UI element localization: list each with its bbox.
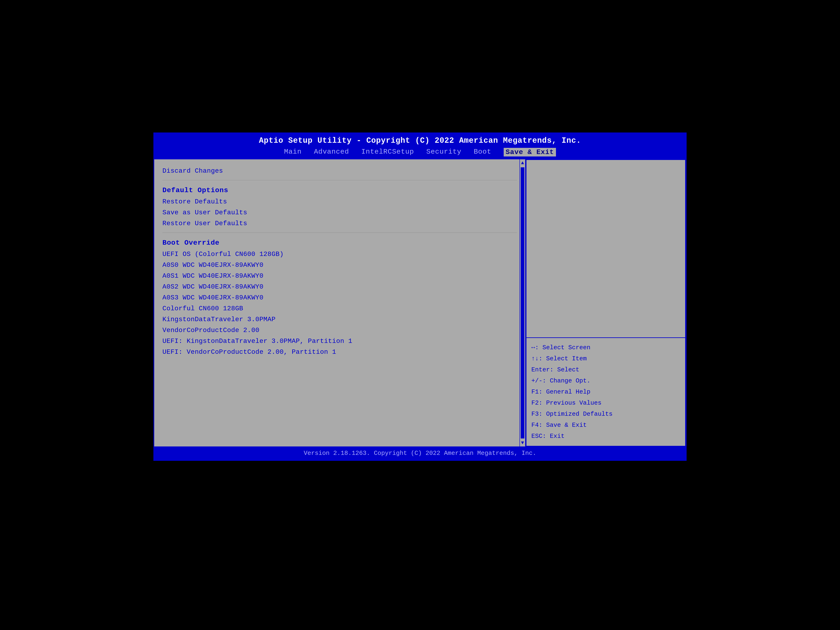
boot-uefi-os-option[interactable]: UEFI OS (Colorful CN600 128GB) [163,249,517,260]
help-select-item: ↑↓: Select Item [531,353,680,364]
help-f2: F2: Previous Values [531,398,680,409]
sidebar-help: ↔: Select Screen ↑↓: Select Item Enter: … [526,338,685,446]
title-bar: Aptio Setup Utility - Copyright (C) 2022… [154,133,686,146]
boot-override-header: Boot Override [163,239,517,247]
sidebar-panel: ↔: Select Screen ↑↓: Select Item Enter: … [526,159,686,447]
boot-a0s2-option[interactable]: A0S2 WDC WD40EJRX-89AKWY0 [163,281,517,292]
divider-2 [163,232,517,233]
help-select-screen: ↔: Select Screen [531,342,680,353]
boot-colorful-option[interactable]: Colorful CN600 128GB [163,303,517,314]
menu-security[interactable]: Security [426,148,461,156]
main-panel: Discard Changes Default Options Restore … [154,159,526,447]
footer-text: Version 2.18.1263. Copyright (C) 2022 Am… [304,450,536,457]
save-user-defaults-option[interactable]: Save as User Defaults [163,207,517,218]
menu-boot[interactable]: Boot [474,148,491,156]
restore-defaults-option[interactable]: Restore Defaults [163,196,517,207]
scroll-down-arrow[interactable]: ▼ [521,439,524,447]
monitor-area: Aptio Setup Utility - Copyright (C) 2022… [92,69,748,561]
discard-changes-option[interactable]: Discard Changes [163,166,517,176]
boot-a0s0-option[interactable]: A0S0 WDC WD40EJRX-89AKWY0 [163,260,517,270]
boot-uefi-vendorco-partition-option[interactable]: UEFI: VendorCoProductCode 2.00, Partitio… [163,347,517,357]
scrollbar-track: ▲ ▼ [519,159,525,447]
menu-bar: Main Advanced IntelRCSetup Security Boot… [154,146,686,159]
boot-vendorco-option[interactable]: VendorCoProductCode 2.00 [163,325,517,336]
scroll-up-arrow[interactable]: ▲ [521,159,524,167]
bios-window: Aptio Setup Utility - Copyright (C) 2022… [153,133,687,461]
content-area: Discard Changes Default Options Restore … [154,159,686,447]
restore-user-defaults-option[interactable]: Restore User Defaults [163,218,517,229]
boot-kingston-option[interactable]: KingstonDataTraveler 3.0PMAP [163,314,517,325]
scrollbar-thumb[interactable] [521,167,524,439]
boot-a0s3-option[interactable]: A0S3 WDC WD40EJRX-89AKWY0 [163,292,517,303]
boot-uefi-kingston-partition-option[interactable]: UEFI: KingstonDataTraveler 3.0PMAP, Part… [163,336,517,347]
footer-bar: Version 2.18.1263. Copyright (C) 2022 Am… [154,447,686,460]
help-change-opt: +/-: Change Opt. [531,375,680,386]
sidebar-top-area [526,160,685,338]
menu-advanced[interactable]: Advanced [314,148,349,156]
help-enter-select: Enter: Select [531,364,680,375]
menu-save-exit[interactable]: Save & Exit [504,148,556,156]
help-f4: F4: Save & Exit [531,420,680,431]
title-text: Aptio Setup Utility - Copyright (C) 2022… [259,136,581,145]
menu-main[interactable]: Main [284,148,302,156]
divider-1 [163,180,517,180]
help-esc: ESC: Exit [531,431,680,442]
default-options-header: Default Options [163,186,517,194]
help-f1: F1: General Help [531,386,680,398]
menu-intelrcsetup[interactable]: IntelRCSetup [362,148,414,156]
boot-a0s1-option[interactable]: A0S1 WDC WD40EJRX-89AKWY0 [163,270,517,281]
bios-screen: Aptio Setup Utility - Copyright (C) 2022… [133,120,707,510]
help-f3: F3: Optimized Defaults [531,409,680,420]
